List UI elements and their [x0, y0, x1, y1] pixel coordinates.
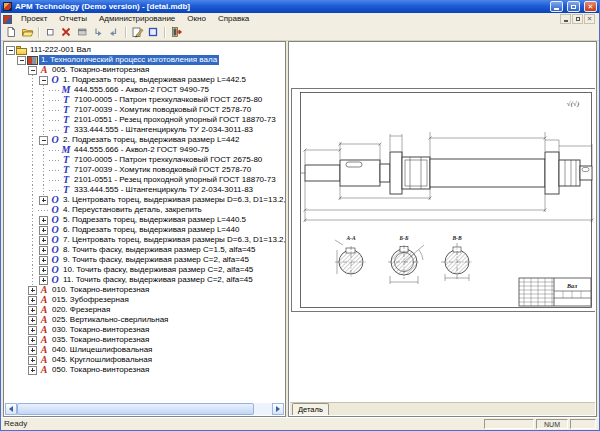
- mdi-close-button[interactable]: ✕: [584, 14, 595, 24]
- new-project-button[interactable]: [3, 26, 19, 39]
- tree-item[interactable]: T7107-0039 - Хомутик поводковый ГОСТ 257…: [5, 165, 285, 175]
- status-indicator-empty: [484, 419, 534, 429]
- tree-item[interactable]: 111-222-001 Вал: [5, 45, 285, 55]
- tree-indent: [5, 155, 16, 165]
- tree-item[interactable]: O8. Точить фаску, выдерживая размер C=1.…: [5, 245, 285, 255]
- expand-toggle-plus[interactable]: [28, 286, 37, 295]
- document-icon[interactable]: [3, 15, 12, 24]
- tree-item[interactable]: A025. Вертикально-сверлильная: [5, 315, 285, 325]
- tree-item[interactable]: O9. Точить фаску, выдерживая размер C=2,…: [5, 255, 285, 265]
- tree-item[interactable]: O7. Центровать торец, выдерживая размеры…: [5, 235, 285, 245]
- tree-item[interactable]: A050. Токарно-винторезная: [5, 365, 285, 375]
- new-record-button[interactable]: [42, 26, 58, 39]
- tree-item[interactable]: O1. Подрезать торец, выдерживая размер L…: [5, 75, 285, 85]
- tree-item[interactable]: T2101-0551 - Резец проходной упорный ГОС…: [5, 115, 285, 125]
- tree-item[interactable]: T2101-0551 - Резец проходной упорный ГОС…: [5, 175, 285, 185]
- tree-item[interactable]: M444.555.666 - Аквол-2 ГОСТ 9490-75: [5, 85, 285, 95]
- expand-toggle-plus[interactable]: [39, 196, 48, 205]
- mdi-restore-button[interactable]: [572, 14, 583, 24]
- tree-item[interactable]: T7100-0005 - Патрон трехкулачковый ГОСТ …: [5, 155, 285, 165]
- tree-item[interactable]: A040. Шлицешлифовальная: [5, 345, 285, 355]
- expand-toggle-minus[interactable]: [17, 56, 26, 65]
- close-button[interactable]: ✕: [584, 1, 597, 12]
- expand-toggle-minus[interactable]: [39, 136, 48, 145]
- tool-icon: T: [60, 125, 72, 135]
- expand-toggle-plus[interactable]: [28, 366, 37, 375]
- tree-indent: [16, 225, 27, 235]
- demote-icon: [92, 24, 104, 42]
- tree-item[interactable]: O3. Центровать торец, выдерживая размеры…: [5, 195, 285, 205]
- expand-toggle-minus[interactable]: [6, 46, 15, 55]
- detail-view-panel[interactable]: √(√): [288, 41, 597, 417]
- tree-item[interactable]: T333.444.555 - Штангенциркуль ТУ 2-034-3…: [5, 185, 285, 195]
- tree-indent: [5, 265, 16, 275]
- expand-toggle-plus[interactable]: [39, 236, 48, 245]
- tree-item[interactable]: O5. Подрезать торец, выдерживая размер L…: [5, 215, 285, 225]
- window-title: APM Technology (Demo version) - [detal.m…: [15, 1, 546, 13]
- tree-item[interactable]: A030. Токарно-винторезная: [5, 325, 285, 335]
- tree-item[interactable]: O6. Подрезать торец, выдерживая размер L…: [5, 225, 285, 235]
- promote-item-button[interactable]: [106, 26, 122, 39]
- operation-icon: A: [38, 365, 50, 375]
- tree-item[interactable]: O11. Точить фаску, выдерживая размер C=2…: [5, 275, 285, 285]
- mdi-minimize-button[interactable]: [560, 14, 571, 24]
- view-plot-button[interactable]: [145, 26, 161, 39]
- menu-item-справка[interactable]: Справка: [212, 13, 255, 25]
- expand-toggle-plus[interactable]: [28, 306, 37, 315]
- expand-toggle-plus[interactable]: [28, 316, 37, 325]
- delete-record-button[interactable]: [58, 26, 74, 39]
- tree-item[interactable]: O2. Подрезать торец, выдерживая размер L…: [5, 135, 285, 145]
- tree-item[interactable]: T7107-0039 - Хомутик поводковый ГОСТ 257…: [5, 105, 285, 115]
- expand-toggle-plus[interactable]: [28, 336, 37, 345]
- tree-indent: [16, 135, 27, 145]
- view-plot-icon: [147, 24, 159, 42]
- demote-item-button[interactable]: [90, 26, 106, 39]
- expand-toggle-minus[interactable]: [28, 66, 37, 75]
- tree-item[interactable]: A005. Токарно-винторезная: [5, 65, 285, 75]
- tree-item[interactable]: A010. Токарно-винторезная: [5, 285, 285, 295]
- tab-detail[interactable]: Деталь: [292, 403, 329, 415]
- tree-item[interactable]: A015. Зубофрезерная: [5, 295, 285, 305]
- tree-item[interactable]: O4. Переустановить деталь, закрепить: [5, 205, 285, 215]
- tree-connector: [49, 145, 60, 155]
- horizontal-scrollbar[interactable]: [5, 403, 284, 415]
- expand-toggle-plus[interactable]: [39, 216, 48, 225]
- expand-toggle-plus[interactable]: [39, 276, 48, 285]
- tree-item[interactable]: T333.444.555 - Штангенциркуль ТУ 2-034-3…: [5, 125, 285, 135]
- exit-button[interactable]: [168, 26, 184, 39]
- tree-indent: [5, 315, 16, 325]
- expand-toggle-plus[interactable]: [28, 326, 37, 335]
- open-database-button[interactable]: [19, 26, 35, 39]
- tree-item[interactable]: A035. Токарно-винторезная: [5, 335, 285, 345]
- tree-item-label: 5. Подрезать торец, выдерживая размер L=…: [61, 215, 248, 225]
- expand-toggle-plus[interactable]: [28, 346, 37, 355]
- copy-record-button[interactable]: [74, 26, 90, 39]
- tree-item[interactable]: T7100-0005 - Патрон трехкулачковый ГОСТ …: [5, 95, 285, 105]
- tree-item[interactable]: M444.555.666 - Аквол-2 ГОСТ 9490-75: [5, 145, 285, 155]
- scroll-right-button[interactable]: [272, 403, 284, 415]
- transition-icon: O: [49, 135, 61, 145]
- restore-button[interactable]: [567, 1, 580, 12]
- expand-toggle-plus[interactable]: [39, 266, 48, 275]
- tree-connector: [38, 235, 49, 245]
- tree-item[interactable]: 1. Технологический процесс изготовления …: [5, 55, 285, 65]
- expand-toggle-plus[interactable]: [39, 246, 48, 255]
- edit-sketch-button[interactable]: [129, 26, 145, 39]
- expand-toggle-plus[interactable]: [28, 356, 37, 365]
- title-bar[interactable]: APM Technology (Demo version) - [detal.m…: [1, 0, 599, 13]
- scroll-left-button[interactable]: [5, 403, 17, 415]
- expand-toggle-plus[interactable]: [39, 226, 48, 235]
- scrollbar-thumb[interactable]: [17, 403, 254, 415]
- expand-toggle-minus[interactable]: [39, 76, 48, 85]
- tree-item[interactable]: O10. Точить фаску, выдерживая размер C=2…: [5, 265, 285, 275]
- scrollbar-track[interactable]: [17, 403, 272, 415]
- tree-item[interactable]: A020. Фрезерная: [5, 305, 285, 315]
- expand-toggle-plus[interactable]: [28, 296, 37, 305]
- menu-item-окно[interactable]: Окно: [181, 13, 212, 25]
- new-page-icon: [5, 24, 17, 42]
- tree-item[interactable]: A045. Круглошлифовальная: [5, 355, 285, 365]
- tree-indent: [5, 135, 16, 145]
- main-content: 111-222-001 Вал1. Технологический процес…: [1, 41, 599, 417]
- expand-toggle-plus[interactable]: [39, 256, 48, 265]
- minimize-button[interactable]: [550, 1, 563, 12]
